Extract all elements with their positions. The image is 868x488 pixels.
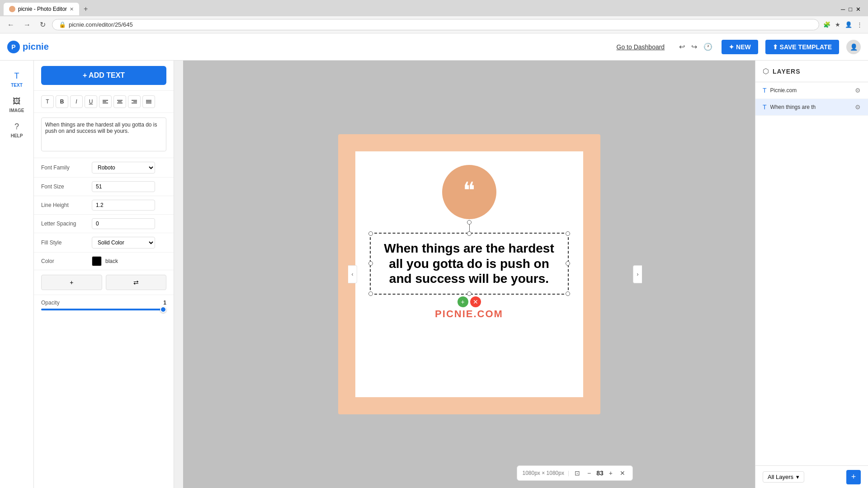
help-icon: ?: [14, 122, 19, 131]
new-tab-button[interactable]: +: [81, 4, 90, 14]
sidebar-item-image[interactable]: 🖼 IMAGE: [3, 93, 30, 117]
menu-icon[interactable]: ⋮: [855, 21, 863, 29]
layer-item-picnie[interactable]: T Picnie.com ⚙: [755, 82, 868, 99]
save-template-button[interactable]: ⬆ SAVE TEMPLATE: [765, 40, 839, 54]
handle-mid-left[interactable]: [368, 261, 373, 266]
italic-button[interactable]: I: [70, 95, 83, 108]
layer-settings-button-1[interactable]: ⚙: [855, 103, 861, 111]
new-button[interactable]: ✦ NEW: [722, 40, 758, 54]
tab-close-button[interactable]: ✕: [70, 6, 74, 12]
color-preview-swatch[interactable]: [92, 256, 102, 266]
action-buttons-row: + ⇄: [34, 270, 174, 295]
align-right-button[interactable]: [128, 95, 141, 108]
refresh-button[interactable]: ↻: [37, 19, 48, 30]
window-close-button[interactable]: ✕: [856, 6, 861, 13]
fit-to-screen-button[interactable]: ⊡: [573, 469, 582, 478]
opacity-label: Opacity: [41, 300, 60, 306]
text-content-wrapper: When things are the hardest all you gott…: [34, 113, 174, 158]
nav-bar: ← → ↻ 🔒 picnie.com/editor/25/645 🧩 ★ 👤 ⋮: [0, 16, 868, 33]
layer-name-picnie: Picnie.com: [770, 87, 851, 94]
handle-bot-center[interactable]: [467, 291, 472, 296]
line-height-input[interactable]: [92, 200, 155, 211]
right-panel-collapse-button[interactable]: ›: [633, 265, 642, 283]
tab-favicon: [9, 6, 15, 12]
add-element-button[interactable]: +: [41, 275, 102, 290]
element-add-button[interactable]: +: [458, 296, 468, 307]
fill-style-select[interactable]: Solid Color Gradient None: [92, 237, 155, 249]
fill-style-row: Fill Style Solid Color Gradient None: [34, 233, 174, 253]
logo-text: picnie: [23, 42, 49, 52]
zoom-decrease-button[interactable]: −: [585, 469, 593, 478]
letter-spacing-row: Letter Spacing: [34, 215, 174, 233]
canvas-watermark: PICNIE.COM: [435, 308, 503, 320]
handle-mid-right[interactable]: [566, 261, 570, 266]
sidebar-item-text[interactable]: T TEXT: [3, 68, 30, 91]
quote-circle: ❝: [442, 165, 496, 219]
window-minimize-button[interactable]: ─: [841, 6, 845, 13]
font-size-input[interactable]: [92, 181, 155, 192]
left-panel-collapse-button[interactable]: ‹: [348, 265, 357, 283]
bold-button[interactable]: B: [56, 95, 68, 108]
align-left-button[interactable]: [99, 95, 112, 108]
layer-settings-button-0[interactable]: ⚙: [855, 87, 861, 94]
sidebar-text-label: TEXT: [11, 83, 23, 88]
handle-bot-left[interactable]: [368, 291, 373, 296]
canvas-area[interactable]: ✎ ❝: [183, 61, 755, 488]
app: P picnie Go to Dashboard ↩ ↪ 🕐 ✦ NEW ⬆ S…: [0, 33, 868, 488]
font-family-select[interactable]: Roboto Arial Times New Roman: [92, 162, 155, 174]
letter-spacing-input[interactable]: [92, 218, 155, 229]
extensions-icon[interactable]: 🧩: [823, 21, 831, 29]
add-text-button[interactable]: + ADD TEXT: [41, 66, 166, 85]
zoom-value-display: 83: [596, 469, 604, 477]
opacity-slider[interactable]: [41, 309, 166, 310]
chevron-down-icon: ▾: [796, 474, 799, 480]
sidebar-item-help[interactable]: ? HELP: [3, 118, 30, 142]
handle-top-right[interactable]: [566, 231, 570, 236]
align-center-button[interactable]: [113, 95, 126, 108]
back-button[interactable]: ←: [5, 20, 17, 30]
bookmark-icon[interactable]: ★: [834, 21, 842, 29]
layer-name-when-things: When things are th: [770, 104, 851, 110]
text-toolbar: T B I U: [34, 91, 174, 113]
add-layer-button[interactable]: +: [846, 470, 861, 484]
opacity-thumb[interactable]: [160, 306, 166, 313]
header: P picnie Go to Dashboard ↩ ↪ 🕐 ✦ NEW ⬆ S…: [0, 33, 868, 61]
text-style-button[interactable]: T: [41, 95, 54, 108]
handle-top-left[interactable]: [368, 231, 373, 236]
swap-element-button[interactable]: ⇄: [106, 275, 167, 290]
element-delete-button[interactable]: ✕: [470, 296, 481, 307]
canvas-text-element[interactable]: When things are the hardest all you gott…: [370, 233, 569, 295]
underline-button[interactable]: U: [85, 95, 97, 108]
right-sidebar: ⬡ LAYERS T Picnie.com ⚙ T When things ar…: [755, 61, 868, 488]
zoom-increase-button[interactable]: +: [607, 469, 614, 478]
active-tab[interactable]: picnie - Photo Editor ✕: [4, 3, 79, 15]
undo-button[interactable]: ↩: [677, 41, 687, 53]
layer-type-icon-text-1: T: [763, 103, 767, 111]
history-button[interactable]: 🕐: [702, 41, 714, 53]
profile-icon[interactable]: 👤: [844, 21, 853, 29]
font-family-label: Font Family: [41, 164, 86, 171]
text-content-input[interactable]: When things are the hardest all you gott…: [41, 117, 166, 151]
redo-button[interactable]: ↪: [689, 41, 699, 53]
align-justify-button[interactable]: [142, 95, 155, 108]
layer-item-when-things[interactable]: T When things are th ⚙: [755, 99, 868, 116]
tab-title: picnie - Photo Editor: [18, 6, 67, 12]
font-size-row: Font Size: [34, 178, 174, 196]
color-value-label: black: [105, 258, 118, 264]
handle-top-center[interactable]: [467, 231, 472, 236]
forward-button[interactable]: →: [21, 20, 33, 30]
user-avatar[interactable]: 👤: [846, 40, 861, 54]
zoom-reset-button[interactable]: ✕: [618, 469, 627, 478]
logo[interactable]: P picnie: [7, 41, 49, 53]
left-panel: + ADD TEXT T B I U: [34, 61, 174, 488]
window-maximize-button[interactable]: □: [849, 6, 852, 13]
tab-bar: picnie - Photo Editor ✕ + ─ □ ✕: [0, 0, 868, 16]
address-bar[interactable]: 🔒 picnie.com/editor/25/645: [52, 19, 819, 30]
all-layers-dropdown[interactable]: All Layers ▾: [763, 471, 804, 483]
dashboard-link[interactable]: Go to Dashboard: [611, 41, 670, 53]
browser-icons: 🧩 ★ 👤 ⋮: [823, 21, 863, 29]
handle-bot-right[interactable]: [566, 291, 570, 296]
font-family-row: Font Family Roboto Arial Times New Roman: [34, 158, 174, 178]
rotation-handle[interactable]: [467, 220, 472, 225]
swap-icon: ⇄: [133, 279, 139, 286]
